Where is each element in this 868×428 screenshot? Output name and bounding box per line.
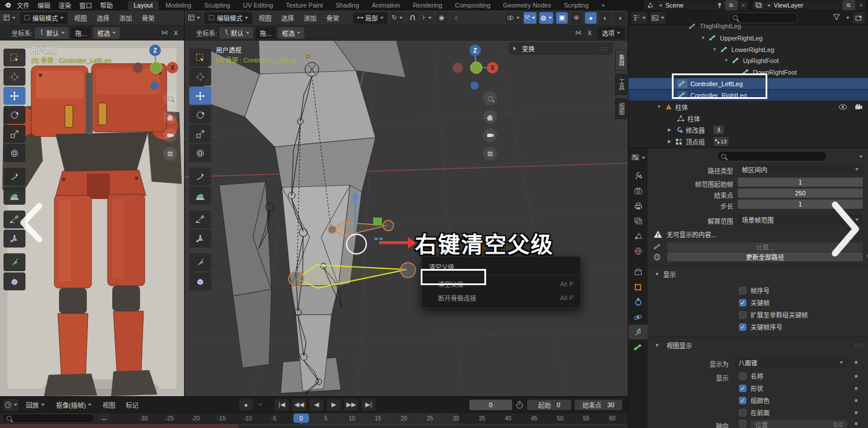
workspace-tab-scripting[interactable]: Scripting: [558, 1, 594, 10]
checkbox-names[interactable]: 名称: [739, 371, 763, 381]
checkbox-keyframes[interactable]: ✓关键帧: [739, 298, 770, 307]
shading-wireframe-icon[interactable]: ⊕: [571, 12, 582, 24]
tool-extrude-bone[interactable]: [189, 253, 211, 271]
select-menu[interactable]: 选择: [278, 13, 297, 23]
playhead[interactable]: 0: [293, 414, 309, 423]
tool-cursor[interactable]: [3, 68, 25, 86]
play-icon[interactable]: ▶: [327, 399, 341, 411]
blender-logo-icon[interactable]: [3, 2, 12, 9]
orientation-dropdown[interactable]: 默认: [35, 27, 69, 39]
menu-window[interactable]: 窗口: [76, 1, 95, 10]
tool-rotate[interactable]: [3, 106, 25, 124]
tree-row-mesh-data[interactable]: 柱体: [628, 113, 868, 124]
sidebar-tab-tool[interactable]: 工具: [615, 74, 627, 95]
armature-menu[interactable]: 骨架: [138, 13, 158, 23]
new-viewlayer-icon[interactable]: ⧉: [843, 0, 855, 10]
tree-row-upperrightleg[interactable]: ▼ UpperRightLeg: [628, 32, 868, 43]
tool-cursor[interactable]: [189, 68, 211, 86]
checkbox-frame-numbers[interactable]: 帧序号: [739, 286, 770, 295]
tab-world[interactable]: [628, 243, 648, 259]
workspace-tab-texturepaint[interactable]: Texture Paint: [280, 1, 329, 10]
drag-button[interactable]: 拖...: [71, 27, 91, 39]
menu-help[interactable]: 帮助: [97, 1, 116, 10]
mode-dropdown[interactable]: 编辑模式: [20, 12, 68, 24]
camera-view-icon[interactable]: [163, 128, 177, 142]
summary-channel-row[interactable]: [0, 425, 238, 428]
pivot-dropdown[interactable]: 局部: [353, 12, 388, 24]
tab-output[interactable]: [628, 198, 648, 213]
tab-object-data[interactable]: [628, 324, 648, 340]
editor-type-3dview-icon[interactable]: [2, 12, 17, 24]
tool-annotate[interactable]: [189, 168, 211, 186]
menu-render[interactable]: 渲染: [55, 1, 75, 10]
disable-render-camera-icon[interactable]: [855, 104, 863, 110]
axes-position-field[interactable]: 位置0.0: [751, 420, 847, 428]
hide-eye-icon[interactable]: [838, 104, 847, 110]
timeline-view-menu[interactable]: 视图: [99, 400, 119, 409]
workspace-tab-rendering[interactable]: Rendering: [407, 1, 448, 10]
auto-keyframe-record-icon[interactable]: ●: [239, 399, 253, 411]
tree-row-uprightfoot[interactable]: ▼ UpRightFoot: [628, 55, 868, 66]
expand-icon[interactable]: ▶: [667, 139, 672, 144]
workspace-tab-layout[interactable]: Layout: [128, 1, 159, 10]
axes-checkbox[interactable]: [739, 420, 746, 427]
shading-rendered-icon[interactable]: ◑: [614, 12, 626, 24]
tool-bone-envelope[interactable]: [189, 230, 211, 248]
playback-menu[interactable]: 回放: [22, 399, 49, 411]
tab-constraints[interactable]: [628, 294, 648, 309]
proportional-edit-icon[interactable]: ◉: [436, 12, 447, 24]
expand-icon[interactable]: ▶: [667, 127, 672, 132]
collapse-icon[interactable]: ▼: [723, 58, 729, 63]
options-dropdown[interactable]: 选项: [598, 27, 624, 39]
prev-keyframe-icon[interactable]: ◀◀: [292, 399, 306, 411]
display-as-dropdown[interactable]: 八面锥: [734, 357, 847, 367]
zoom-icon[interactable]: [483, 91, 497, 105]
selectbox-dropdown[interactable]: 框选: [93, 27, 120, 39]
snap-orientation-icon[interactable]: ↻: [391, 12, 404, 24]
tool-annotate[interactable]: [3, 168, 25, 186]
ortho-toggle-icon[interactable]: [163, 147, 177, 161]
sidebar-tab-item[interactable]: 条目: [615, 50, 627, 71]
properties-filter-caret[interactable]: [859, 156, 863, 160]
tool-scale[interactable]: [189, 125, 211, 143]
collapse-icon[interactable]: ▼: [700, 35, 706, 40]
ortho-toggle-icon[interactable]: [483, 147, 497, 161]
zoom-icon[interactable]: [163, 91, 177, 105]
play-reverse-icon[interactable]: ◀: [310, 399, 323, 411]
pin-icon[interactable]: [717, 2, 722, 9]
jump-to-end-icon[interactable]: ▶|: [362, 399, 376, 411]
collapse-icon[interactable]: ▼: [656, 104, 662, 109]
camera-view-icon[interactable]: [483, 128, 497, 142]
new-scene-icon[interactable]: ⧉: [725, 0, 738, 10]
sidebar-tab-view[interactable]: 视图: [615, 98, 627, 119]
shading-material-icon[interactable]: ◐: [599, 12, 611, 24]
tab-collection[interactable]: [628, 264, 648, 279]
tree-row-controller-leftleg[interactable]: Controller_LeftLeg: [628, 78, 868, 89]
tool-move[interactable]: [189, 87, 211, 105]
pan-hand-icon[interactable]: [483, 110, 497, 124]
mirror-x-toggle[interactable]: X: [584, 27, 595, 39]
center-viewport[interactable]: 用户透视 (0) 骨架 : Controller_LeftLeg Z X: [184, 40, 628, 396]
tree-row-modifiers[interactable]: ▶ 修改器: [628, 124, 868, 135]
tab-scene[interactable]: [628, 228, 648, 243]
checkbox-shapes[interactable]: ✓形状: [739, 383, 763, 393]
tool-bone-roll[interactable]: [189, 211, 211, 228]
filter-toggle-icon[interactable]: ↔: [98, 414, 110, 423]
tree-row-lowerrightleg[interactable]: ▼ LowerRightLeg: [628, 44, 868, 55]
end-field[interactable]: 250: [738, 189, 863, 198]
viewlayer-selector[interactable]: ViewLayer ⧉ ×: [752, 1, 866, 10]
properties-editor-type-icon[interactable]: [628, 150, 648, 165]
orientation-dropdown[interactable]: 默认: [219, 27, 253, 39]
tool-add-primitive[interactable]: [3, 272, 25, 290]
tree-row-downrightfoot[interactable]: DownRightFoot: [628, 67, 868, 78]
next-keyframe-icon[interactable]: ▶▶: [344, 399, 358, 411]
select-menu[interactable]: 选择: [93, 13, 113, 23]
keying-menu[interactable]: 抠像(插帧): [52, 399, 95, 411]
magnet-snap-icon[interactable]: [407, 12, 418, 24]
selectbox-dropdown[interactable]: 框选: [278, 27, 304, 39]
checkbox-in-front[interactable]: 在前面: [739, 408, 770, 417]
show-gizmo-icon[interactable]: ⤧: [524, 12, 537, 24]
tab-object[interactable]: [628, 279, 648, 294]
tab-render[interactable]: [628, 183, 648, 198]
editor-type-3dview-icon[interactable]: [187, 12, 201, 24]
